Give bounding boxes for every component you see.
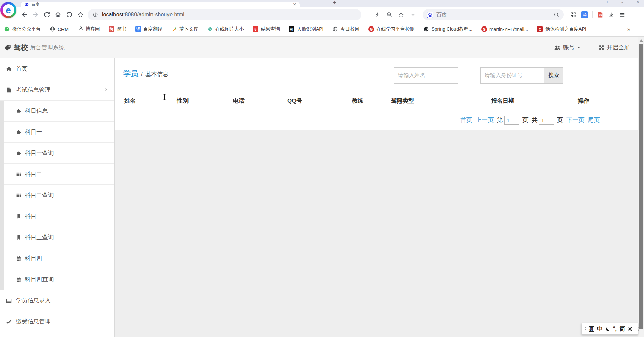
bookmark-item[interactable]: 萝卜文库: [171, 26, 198, 32]
brand-secondary: 后台管理系统: [30, 43, 65, 51]
grid-icon: [16, 172, 21, 177]
pagination-next[interactable]: 下一页: [566, 116, 585, 124]
table-column-header: 报名日期: [491, 97, 578, 105]
sidebar-item[interactable]: 首页: [0, 58, 114, 79]
pagination-prev[interactable]: 上一页: [476, 116, 494, 124]
ime-item[interactable]: 拼: [589, 326, 594, 332]
gear-icon[interactable]: [628, 326, 633, 332]
pagination-total-prefix: 共: [532, 116, 538, 124]
bookmark-item[interactable]: G在线学习平台检测: [368, 26, 414, 32]
browser-logo[interactable]: e: [0, 2, 16, 18]
translate-icon[interactable]: 译: [581, 11, 588, 18]
table-column-header: 教练: [352, 97, 391, 105]
bookmark-item[interactable]: Gmartin-YFL/tmall...: [481, 26, 528, 32]
bookmark-item[interactable]: 今日校园: [332, 26, 359, 32]
window-restore-icon[interactable]: ▢: [605, 0, 608, 4]
new-tab-button[interactable]: +: [333, 0, 336, 6]
sidebar-item[interactable]: 科目三: [4, 206, 114, 227]
sidebar-item[interactable]: 学员信息录入: [0, 290, 114, 311]
sidebar-item-label: 科目四: [25, 254, 42, 262]
name-search-input[interactable]: [394, 67, 458, 84]
address-bar[interactable]: localhost:8080/admin-shouye.html: [88, 9, 361, 20]
sidebar-item[interactable]: 科目四: [4, 248, 114, 269]
bookmark-label: 活体检测之百度API: [545, 26, 586, 32]
sidebar-item[interactable]: 缴费信息管理: [0, 311, 114, 332]
pagination-page-input[interactable]: [504, 116, 519, 125]
bookmark-item[interactable]: Spring Cloud教程...: [423, 26, 472, 32]
pagination: 首页 上一页 第 页 共 页 下一页 尾页: [460, 113, 600, 127]
breadcrumb-primary: 学员: [123, 69, 138, 79]
pagination-last[interactable]: 尾页: [588, 116, 600, 124]
search-engine-box[interactable]: 百度: [423, 9, 564, 20]
window-close-icon[interactable]: ✕: [637, 0, 639, 4]
browser-tab[interactable]: 百度 ✕: [21, 2, 300, 7]
page-scrollbar[interactable]: [638, 37, 644, 337]
bookmark-item[interactable]: 简简书: [109, 26, 126, 32]
caret-down-icon: [577, 46, 581, 49]
scrollbar-thumb[interactable]: [639, 44, 643, 329]
bookmarks-overflow-icon[interactable]: »: [627, 26, 640, 32]
reload-icon[interactable]: [43, 11, 50, 18]
bookmark-item[interactable]: CRM: [50, 26, 69, 32]
sidebar: 首页考试信息管理科目信息科目一科目一查询科目二科目二查询科目三科目三查询科目四科…: [0, 58, 115, 337]
sidebar-item[interactable]: 科目四查询: [4, 269, 114, 290]
sidebar-item[interactable]: 科目一: [4, 122, 114, 143]
bookmark-item[interactable]: 在线图片大小: [207, 26, 244, 32]
fullscreen-toggle[interactable]: 开启全屏: [598, 37, 630, 58]
lightning-icon[interactable]: [374, 12, 380, 18]
bookmark-badge-icon: 简: [109, 26, 114, 32]
bookmark-badge-icon: G: [368, 26, 374, 32]
back-icon[interactable]: [21, 11, 28, 18]
ime-item[interactable]: 中: [597, 326, 603, 332]
sidebar-item[interactable]: 科目信息: [4, 101, 114, 122]
bookmark-star-icon[interactable]: [398, 12, 404, 18]
puzzle-icon: [16, 108, 21, 114]
ime-drag-handle[interactable]: [584, 325, 586, 333]
breadcrumb-separator: /: [141, 71, 143, 78]
ime-item[interactable]: 简: [620, 326, 625, 332]
ime-item[interactable]: °,: [613, 326, 617, 332]
more-icon[interactable]: [636, 326, 641, 332]
bookmark-item[interactable]: 5结果查询: [253, 26, 280, 32]
id-search-input[interactable]: [480, 67, 544, 84]
favorites-star-icon[interactable]: [77, 11, 84, 18]
pdf-icon[interactable]: PDF: [597, 12, 604, 18]
qr-apps-icon[interactable]: [570, 12, 576, 18]
search-button[interactable]: 搜索: [544, 67, 564, 84]
table-column-header: QQ号: [287, 97, 352, 105]
window-menu-icon[interactable]: ⌄: [621, 0, 623, 4]
bookmark-item[interactable]: AI人脸识别API: [289, 26, 324, 32]
account-menu[interactable]: 账号: [554, 37, 581, 58]
undo-closed-tab-icon[interactable]: [66, 11, 73, 18]
pagination-first[interactable]: 首页: [460, 116, 472, 124]
pagination-total-input[interactable]: [539, 116, 554, 125]
toolbar-divider: [592, 11, 593, 18]
sidebar-item[interactable]: 科目三查询: [4, 227, 114, 248]
bookmark-item[interactable]: 译百度翻译: [135, 26, 162, 32]
forward-icon[interactable]: [32, 11, 39, 18]
chevron-down-icon[interactable]: [410, 12, 416, 18]
bookmark-label: 今日校园: [340, 26, 359, 32]
bookmark-item[interactable]: 博客园: [77, 26, 100, 32]
users-icon: [554, 44, 561, 51]
moon-icon[interactable]: [605, 326, 610, 332]
site-info-icon[interactable]: [93, 12, 98, 17]
bookmark-label: 结果查询: [261, 26, 280, 32]
bookmark-item[interactable]: C活体检测之百度API: [537, 26, 586, 32]
sidebar-item[interactable]: 科目二查询: [4, 185, 114, 206]
ime-toolbar[interactable]: 拼中°,简: [582, 323, 638, 335]
menu-hamburger-icon[interactable]: [619, 12, 625, 18]
sidebar-item[interactable]: 考试信息管理: [0, 79, 114, 101]
scrollbar-up-arrow-icon[interactable]: [639, 39, 643, 42]
bookmark-item[interactable]: 微信公众平台: [4, 26, 41, 32]
sidebar-item[interactable]: 科目二: [4, 164, 114, 185]
sidebar-item[interactable]: 科目一查询: [4, 143, 114, 164]
expand-arrows-icon: [598, 45, 604, 50]
home-icon[interactable]: [55, 11, 61, 18]
tab-close-icon[interactable]: ✕: [293, 2, 296, 7]
zoom-in-icon[interactable]: [386, 12, 392, 18]
breadcrumb-secondary: 基本信息: [145, 70, 168, 78]
search-icon[interactable]: [554, 12, 559, 18]
bookmark-icon: [16, 214, 21, 219]
download-icon[interactable]: [608, 12, 614, 18]
